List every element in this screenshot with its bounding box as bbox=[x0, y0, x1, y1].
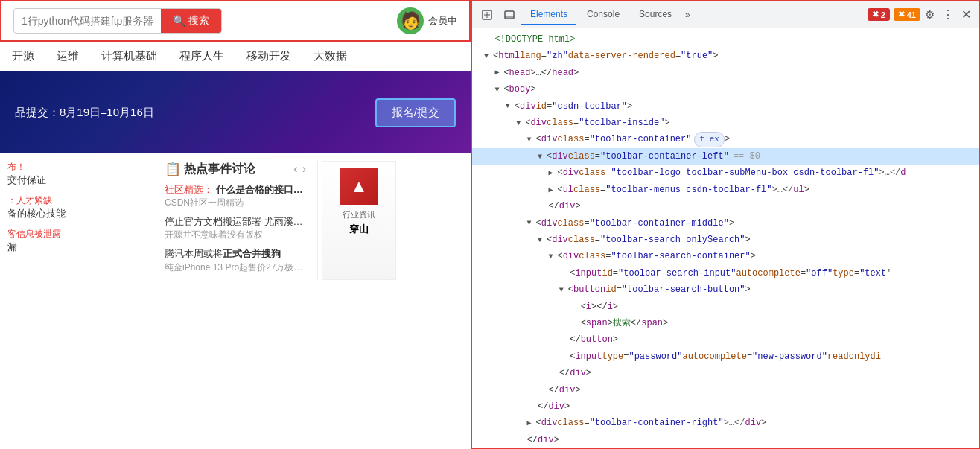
triangle-icon[interactable] bbox=[506, 100, 515, 112]
code-line[interactable]: <!DOCTYPE html> bbox=[472, 31, 979, 48]
code-line[interactable]: <button id="toolbar-search-button"> bbox=[472, 281, 979, 298]
device-icon-btn[interactable] bbox=[499, 4, 520, 25]
code-line[interactable]: <div class="toolbar-container-right">…</… bbox=[472, 415, 979, 431]
cursor-icon bbox=[482, 10, 492, 20]
search-input[interactable] bbox=[14, 10, 161, 31]
nav-bar: 开源 运维 计算机基础 程序人生 移动开发 大数据 bbox=[0, 42, 471, 71]
code-line[interactable]: </div> bbox=[472, 432, 979, 448]
triangle-icon[interactable] bbox=[548, 184, 557, 197]
code-line[interactable]: <div id="csdn-toolbar"> bbox=[472, 98, 979, 115]
triangle-icon[interactable] bbox=[538, 150, 547, 163]
triangle-icon[interactable] bbox=[494, 66, 503, 79]
code-line[interactable]: <html lang="zh" data-server-rendered="tr… bbox=[472, 48, 979, 64]
error-icon: ✖ bbox=[872, 10, 879, 19]
code-line[interactable]: </button> bbox=[472, 331, 979, 348]
triangle-icon[interactable] bbox=[527, 133, 536, 146]
banner-date: 品提交：8月19日–10月16日 bbox=[15, 106, 154, 120]
avatar-area: 🧑 会员中 bbox=[397, 7, 457, 34]
code-line[interactable]: <input id="toolbar-search-input" autocom… bbox=[472, 265, 979, 281]
triangle-icon[interactable] bbox=[548, 167, 557, 179]
hot-item-2: 腾讯本周或将正式合并搜狗 纯金iPhone 13 Pro起售价27万极… bbox=[165, 247, 306, 273]
cursor-icon-btn[interactable] bbox=[477, 4, 497, 25]
code-line[interactable]: </div> bbox=[472, 398, 979, 415]
nav-item-chengxu[interactable]: 程序人生 bbox=[179, 49, 224, 63]
triangle-icon[interactable] bbox=[516, 117, 525, 130]
code-line[interactable]: <head>…</head> bbox=[472, 65, 979, 81]
news-title-0: 交付保证 bbox=[7, 173, 141, 187]
hot-sub-2: 纯金iPhone 13 Pro起售价27万极… bbox=[165, 261, 306, 274]
code-line[interactable]: <div class="toolbar-search onlySearch"> bbox=[472, 232, 979, 248]
news-tag-0: 布！ bbox=[7, 161, 141, 173]
code-line[interactable]: <div class="toolbar-logo toolbar-subMenu… bbox=[472, 165, 979, 181]
website-panel: 🔍 搜索 🧑 会员中 开源 运维 计算机基础 程序人生 移动开发 大数据 品提交… bbox=[0, 0, 471, 449]
gear-icon[interactable]: ⚙ bbox=[922, 8, 938, 22]
error-badge[interactable]: ✖ 2 bbox=[868, 8, 890, 21]
search-box[interactable]: 🔍 搜索 bbox=[13, 8, 222, 34]
side-subtitle: 行业资讯 bbox=[343, 209, 375, 220]
triangle-icon[interactable] bbox=[527, 417, 536, 430]
code-line[interactable]: <div class="toolbar-container"flex> bbox=[472, 131, 979, 148]
devtools-toolbar: Elements Console Sources » ✖ 2 ✖ 41 ⚙ ⋮ … bbox=[472, 1, 979, 28]
website-toolbar: 🔍 搜索 🧑 会员中 bbox=[0, 0, 471, 42]
nav-item-jisuanji[interactable]: 计算机基础 bbox=[101, 49, 157, 63]
nav-item-dashuju[interactable]: 大数据 bbox=[314, 49, 347, 63]
hot-title-1: 停止官方文档搬运部署 尤雨溪… bbox=[165, 215, 306, 229]
hot-icon: 📋 bbox=[165, 161, 181, 177]
divider-2 bbox=[317, 161, 318, 280]
code-line[interactable]: </div> bbox=[472, 382, 979, 398]
code-line[interactable]: </div> bbox=[472, 198, 979, 214]
section-header: 📋 热点事件讨论 ‹ › bbox=[165, 161, 306, 177]
close-icon[interactable]: ✕ bbox=[958, 7, 974, 22]
news-tag-2: 客信息被泄露 bbox=[7, 228, 141, 241]
search-icon: 🔍 bbox=[173, 15, 185, 27]
triangle-icon[interactable] bbox=[538, 234, 547, 246]
triangle-icon[interactable] bbox=[494, 83, 503, 96]
hot-label-0: 社区精选： bbox=[165, 184, 213, 195]
nav-item-kaiyuan[interactable]: 开源 bbox=[12, 49, 34, 63]
code-line[interactable]: <i></i> bbox=[472, 299, 979, 315]
banner-btn[interactable]: 报名/提交 bbox=[375, 98, 456, 127]
nav-item-yidong[interactable]: 移动开发 bbox=[246, 49, 291, 63]
side-logo-icon: ▲ bbox=[350, 176, 368, 197]
flex-badge: flex bbox=[694, 132, 724, 147]
hot-section: 📋 热点事件讨论 ‹ › 社区精选： 什么是合格的接口… CSDN社区一周精选 … bbox=[157, 161, 314, 280]
nav-item-yunwei[interactable]: 运维 bbox=[57, 49, 79, 63]
news-item-0: 布！ 交付保证 bbox=[7, 161, 141, 187]
warning-badge[interactable]: ✖ 41 bbox=[894, 8, 920, 21]
triangle-icon[interactable] bbox=[527, 217, 536, 229]
search-btn-label: 搜索 bbox=[188, 14, 209, 28]
code-line[interactable]: <div class="toolbar-inside"> bbox=[472, 115, 979, 131]
code-line[interactable]: <div class="toolbar-container-left" == $… bbox=[472, 148, 979, 165]
code-line[interactable]: </div> bbox=[472, 365, 979, 381]
code-line[interactable]: <span>搜索</span> bbox=[472, 315, 979, 331]
hot-item-0: 社区精选： 什么是合格的接口… CSDN社区一周精选 bbox=[165, 183, 306, 209]
avatar: 🧑 bbox=[397, 7, 424, 34]
banner: 品提交：8月19日–10月16日 报名/提交 bbox=[0, 71, 471, 153]
side-card: ▲ 行业资讯 穿山 bbox=[322, 161, 396, 280]
tab-elements[interactable]: Elements bbox=[521, 4, 576, 25]
triangle-icon[interactable] bbox=[548, 250, 557, 263]
hot-title-2: 腾讯本周或将正式合并搜狗 bbox=[165, 247, 306, 261]
devtools-content[interactable]: <!DOCTYPE html><html lang="zh" data-serv… bbox=[472, 28, 979, 448]
search-button[interactable]: 🔍 搜索 bbox=[161, 9, 221, 33]
prev-btn[interactable]: ‹ bbox=[293, 162, 297, 176]
tab-console[interactable]: Console bbox=[578, 4, 629, 25]
code-line[interactable]: <div class="toolbar-container-middle"> bbox=[472, 215, 979, 232]
news-item-2: 客信息被泄露 漏 bbox=[7, 228, 141, 254]
triangle-icon[interactable] bbox=[559, 284, 568, 296]
three-dots-icon[interactable]: ⋮ bbox=[939, 7, 957, 22]
hot-title-0: 社区精选： 什么是合格的接口… bbox=[165, 183, 306, 197]
hot-item-1: 停止官方文档搬运部署 尤雨溪… 开源并不意味着没有版权 bbox=[165, 215, 306, 241]
code-line[interactable]: <div class="toolbar-search-container"> bbox=[472, 248, 979, 264]
code-line[interactable]: <body> bbox=[472, 81, 979, 98]
tab-sources[interactable]: Sources bbox=[630, 4, 681, 25]
section-title: 📋 热点事件讨论 bbox=[165, 161, 255, 177]
code-line[interactable]: <ul class="toolbar-menus csdn-toolbar-fl… bbox=[472, 182, 979, 198]
next-btn[interactable]: › bbox=[302, 162, 306, 176]
hot-bold-2: 正式合并搜狗 bbox=[223, 248, 281, 259]
hot-section-title: 热点事件讨论 bbox=[184, 162, 255, 177]
triangle-icon[interactable] bbox=[484, 50, 493, 63]
hot-sub-0: CSDN社区一周精选 bbox=[165, 197, 306, 209]
code-line[interactable]: <input type="password" autocomplete="new… bbox=[472, 348, 979, 365]
more-tabs[interactable]: » bbox=[682, 10, 693, 20]
